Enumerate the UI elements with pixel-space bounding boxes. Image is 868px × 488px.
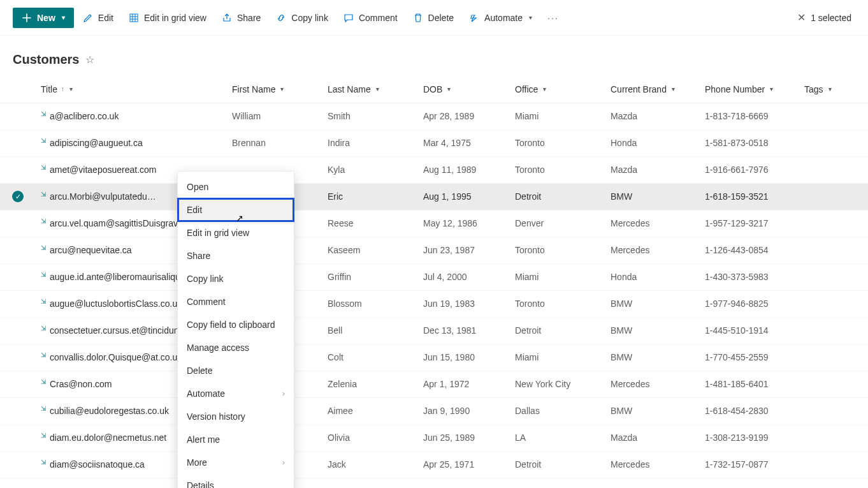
context-menu-item-open[interactable]: Open [178,175,294,198]
column-header-title[interactable]: Title↑▾ [36,76,227,103]
row-select-cell[interactable]: ✓ [0,183,36,210]
context-menu-item-automate[interactable]: Automate› [178,382,294,405]
table-row[interactable]: ✓⇲arcu.Morbi@vulputatedu…⋮EricAug 1, 199… [0,183,868,210]
cell-title[interactable]: ⇲adipiscing@augueut.ca [36,129,227,156]
row-select-cell[interactable] [0,103,36,129]
ellipsis-icon: ··· [547,13,559,23]
row-select-cell[interactable] [0,129,36,156]
column-header-tags[interactable]: Tags▾ [799,76,868,103]
edit-grid-button[interactable]: Edit in grid view [122,8,213,28]
automate-button[interactable]: Automate ▾ [463,8,539,28]
link-icon [276,13,286,23]
cell-title-text: cubilia@eudoloregestas.co.uk [50,406,169,416]
overflow-button[interactable]: ··· [541,8,565,28]
context-menu[interactable]: OpenEdit↖Edit in grid viewShareCopy link… [177,171,294,488]
context-menu-item-edit-in-grid-view[interactable]: Edit in grid view [178,221,294,244]
cell-dob: Dec 13, 1981 [418,317,510,344]
context-menu-item-label: Manage access [187,343,249,353]
cell-last-name: Kaseem [322,237,418,263]
table-row[interactable]: ⇲diam@sociisnatoque.caJackApr 25, 1971De… [0,451,868,478]
context-menu-item-version-history[interactable]: Version history [178,405,294,428]
row-select-cell[interactable] [0,451,36,478]
favorite-star-icon[interactable]: ☆ [85,54,94,66]
table-row[interactable]: ⇲augue.id.ante@liberomaurisaliquaGriffin… [0,263,868,290]
item-link-icon: ⇲ [41,325,46,332]
table-row[interactable]: ⇲convallis.dolor.Quisque@at.co.ukColtJun… [0,344,868,371]
cell-title[interactable]: ⇲a@aclibero.co.uk [36,103,227,129]
column-header-brand[interactable]: Current Brand▾ [605,76,700,103]
column-header-phone[interactable]: Phone Number▾ [700,76,799,103]
cell-office: Toronto [510,290,605,317]
cell-dob: Aug 1, 1995 [418,183,510,210]
table-row[interactable]: ⇲amet@vitaeposuereat.comKylaAug 11, 1989… [0,156,868,183]
cell-phone: 1-430-373-5983 [700,263,799,290]
table-row[interactable]: ⇲adipiscing@augueut.caBrennanIndiraMar 4… [0,129,868,156]
cell-dob: May 12, 1986 [418,210,510,237]
chevron-down-icon: ▾ [828,85,832,92]
context-menu-item-label: More [187,457,207,468]
context-menu-item-copy-link[interactable]: Copy link [178,267,294,290]
table-row[interactable]: ⇲augue@luctuslobortisClass.co.ukBlossomJ… [0,290,868,317]
cell-last-name: Zelenia [322,371,418,397]
item-link-icon: ⇲ [41,110,46,117]
row-select-cell[interactable] [0,317,36,344]
cell-dob: Jun 15, 1980 [418,344,510,371]
item-link-icon: ⇲ [41,218,46,225]
context-menu-item-label: Share [187,251,210,261]
row-select-cell[interactable] [0,237,36,263]
table-row[interactable]: ⇲arcu@nequevitae.caKaseemJun 23, 1987Tor… [0,237,868,263]
context-menu-item-delete[interactable]: Delete [178,359,294,382]
table-row[interactable]: ⇲Cras@non.comZeleniaApr 1, 1972New York … [0,371,868,397]
edit-button[interactable]: Edit [76,8,120,28]
close-icon[interactable]: ✕ [797,11,806,24]
row-select-cell[interactable] [0,371,36,397]
cell-phone: 1-618-454-2830 [700,397,799,424]
column-header-last-name[interactable]: Last Name▾ [322,76,418,103]
context-menu-item-details[interactable]: Details [178,474,294,488]
context-menu-item-label: Automate [187,388,225,399]
command-bar: New ▾ Edit Edit in grid view Share Copy … [0,0,868,36]
cell-phone: 1-581-873-0518 [700,129,799,156]
context-menu-item-label: Open [187,182,208,192]
delete-button[interactable]: Delete [407,8,460,28]
context-menu-item-manage-access[interactable]: Manage access [178,336,294,359]
share-button[interactable]: Share [215,8,267,28]
cell-tags [799,129,868,156]
cell-office: New York City [510,371,605,397]
list-view[interactable]: Title↑▾ First Name▾ Last Name▾ DOB▾ Offi… [0,76,868,486]
context-menu-item-more[interactable]: More› [178,451,294,474]
row-select-cell[interactable] [0,263,36,290]
chevron-right-icon: › [282,389,285,398]
column-header-first-name[interactable]: First Name▾ [227,76,322,103]
comment-button[interactable]: Comment [337,8,404,28]
table-row[interactable]: ⇲a@aclibero.co.ukWilliamSmithApr 28, 198… [0,103,868,129]
context-menu-item-copy-field-to-clipboard[interactable]: Copy field to clipboard [178,313,294,336]
context-menu-item-comment[interactable]: Comment [178,290,294,313]
table-row[interactable]: ⇲cubilia@eudoloregestas.co.ukAimeeJan 9,… [0,397,868,424]
row-select-cell[interactable] [0,210,36,237]
row-select-cell[interactable] [0,397,36,424]
column-header-office[interactable]: Office▾ [510,76,605,103]
selection-indicator[interactable]: ✕ 1 selected [793,8,855,28]
row-select-cell[interactable] [0,344,36,371]
table-row[interactable]: ⇲diam.eu.dolor@necmetus.netOliviaJun 25,… [0,424,868,451]
chevron-down-icon: ▾ [62,14,65,21]
row-select-cell[interactable] [0,424,36,451]
new-button[interactable]: New ▾ [13,8,74,28]
context-menu-item-edit[interactable]: Edit↖ [178,198,294,221]
context-menu-item-share[interactable]: Share [178,244,294,267]
copylink-button[interactable]: Copy link [270,8,335,28]
row-select-cell[interactable] [0,156,36,183]
item-link-icon: ⇲ [41,271,46,278]
row-select-cell[interactable] [0,290,36,317]
cell-tags [799,290,868,317]
column-header-dob[interactable]: DOB▾ [418,76,510,103]
item-link-icon: ⇲ [41,432,46,439]
context-menu-item-alert-me[interactable]: Alert me [178,428,294,451]
table-row[interactable]: ⇲arcu.vel.quam@sagittisDuisgravidReeseMa… [0,210,868,237]
table-row[interactable]: ⇲consectetuer.cursus.et@tinciduntDBellDe… [0,317,868,344]
cell-phone: 1-126-443-0854 [700,237,799,263]
cell-title-text: amet@vitaeposuereat.com [50,165,157,175]
cell-dob: Aug 11, 1989 [418,156,510,183]
cell-phone: 1-813-718-6669 [700,103,799,129]
